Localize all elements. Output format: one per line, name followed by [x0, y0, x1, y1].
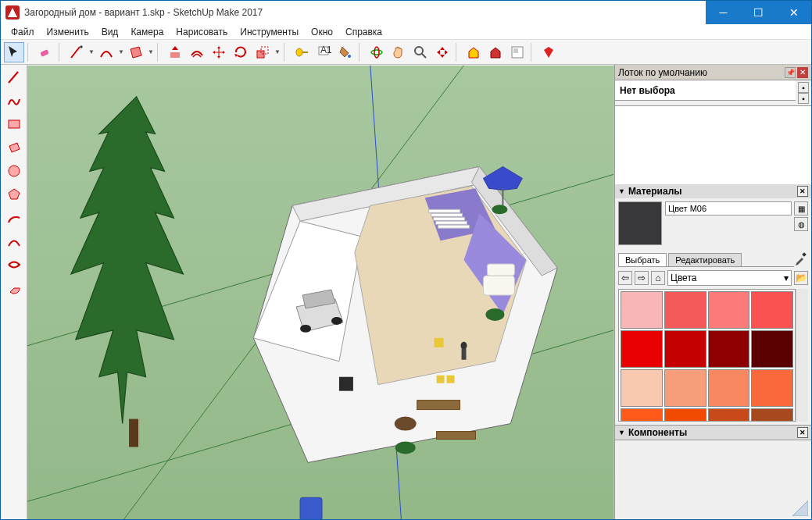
paint-tool[interactable] — [335, 42, 356, 62]
offset-tool[interactable] — [187, 42, 207, 62]
materials-tab-select[interactable]: Выбрать — [618, 253, 667, 266]
color-swatch[interactable] — [751, 330, 793, 368]
tray-close-icon[interactable]: ✕ — [797, 67, 808, 78]
text-tool[interactable]: A1 — [313, 42, 334, 62]
material-preview[interactable] — [618, 201, 662, 245]
zoom-tool[interactable] — [410, 42, 431, 62]
default-material-icon[interactable]: ◍ — [794, 217, 808, 231]
svg-rect-43 — [802, 252, 807, 257]
nav-fwd-icon[interactable]: ⇨ — [635, 271, 649, 285]
materials-header[interactable]: ▼ Материалы ✕ — [615, 184, 811, 198]
entity-collapse-icon[interactable]: ▪ — [798, 82, 809, 93]
color-swatch[interactable] — [621, 408, 663, 422]
color-swatch[interactable] — [621, 291, 663, 329]
materials-close-icon[interactable]: ✕ — [797, 186, 808, 197]
color-swatch[interactable] — [664, 330, 706, 368]
arc-tool-left[interactable] — [3, 207, 25, 229]
shape-dropdown[interactable]: ▼ — [148, 48, 154, 55]
create-material-icon[interactable]: ▦ — [794, 201, 808, 215]
color-swatch[interactable] — [664, 369, 706, 407]
menu-draw[interactable]: Нарисовать — [170, 25, 233, 39]
arc2-tool-left[interactable] — [3, 230, 25, 252]
menu-edit[interactable]: Изменить — [41, 25, 95, 39]
freehand-tool-left[interactable] — [3, 90, 25, 112]
menu-bar: Файл Изменить Вид Камера Нарисовать Инст… — [1, 24, 811, 40]
line-dropdown[interactable]: ▼ — [88, 48, 95, 55]
materials-tab-edit[interactable]: Редактировать — [668, 253, 742, 266]
color-swatch[interactable] — [751, 408, 793, 422]
layout-tool[interactable] — [507, 42, 528, 62]
orbit-tool[interactable] — [367, 42, 387, 62]
circle-tool-left[interactable] — [3, 160, 25, 182]
polygon-tool-left[interactable] — [3, 183, 25, 205]
color-swatch[interactable] — [664, 408, 706, 422]
color-swatch[interactable] — [708, 369, 750, 407]
scale-dropdown[interactable]: ▼ — [274, 48, 281, 55]
swatch-scrollbar[interactable] — [796, 289, 808, 422]
components-header[interactable]: ▼ Компоненты ✕ — [615, 426, 811, 440]
svg-rect-42 — [300, 497, 322, 520]
pin-icon[interactable]: 📌 — [785, 67, 796, 78]
nav-home-icon[interactable]: ⌂ — [651, 271, 665, 285]
line-tool[interactable] — [66, 42, 87, 62]
rectangle-tool-left[interactable] — [3, 113, 25, 135]
tape-tool[interactable] — [292, 42, 312, 62]
close-button[interactable]: ✕ — [776, 1, 811, 24]
material-menu-icon[interactable]: 📂 — [794, 271, 808, 285]
svg-rect-37 — [447, 376, 455, 383]
material-swatch-grid — [618, 289, 796, 422]
tray-header[interactable]: Лоток по умолчанию 📌 ✕ — [615, 65, 811, 80]
menu-help[interactable]: Справка — [340, 25, 388, 39]
arc3-tool-left[interactable] — [3, 254, 25, 276]
material-category-select[interactable]: Цвета ▾ — [667, 270, 792, 286]
zoom-extents-tool[interactable] — [432, 42, 453, 62]
svg-rect-25 — [436, 221, 467, 224]
minimize-button[interactable]: ─ — [706, 1, 741, 24]
fold-corner-icon — [792, 500, 808, 516]
svg-rect-39 — [462, 349, 467, 360]
warehouse-tool[interactable] — [463, 42, 484, 62]
extension-tool[interactable] — [538, 42, 559, 62]
svg-rect-36 — [437, 376, 445, 383]
eraser-tool[interactable] — [35, 42, 55, 62]
pie-tool-left[interactable] — [3, 277, 25, 299]
svg-point-41 — [492, 205, 507, 214]
menu-view[interactable]: Вид — [96, 25, 124, 39]
arc-tool[interactable] — [96, 42, 116, 62]
color-swatch[interactable] — [708, 330, 750, 368]
menu-camera[interactable]: Камера — [125, 25, 169, 39]
color-swatch[interactable] — [621, 369, 663, 407]
pan-tool[interactable] — [388, 42, 409, 62]
color-swatch[interactable] — [751, 369, 793, 407]
menu-file[interactable]: Файл — [5, 25, 40, 39]
arc-dropdown[interactable]: ▼ — [118, 48, 124, 55]
svg-point-7 — [371, 50, 382, 55]
svg-point-6 — [348, 55, 351, 58]
nav-back-icon[interactable]: ⇦ — [618, 271, 632, 285]
entity-resize-icon[interactable]: ▪ — [798, 93, 809, 104]
collapse-arrow-icon: ▼ — [618, 187, 625, 195]
maximize-button[interactable]: ☐ — [741, 1, 776, 24]
color-swatch[interactable] — [708, 291, 750, 329]
rectangle-tool[interactable] — [126, 42, 146, 62]
pushpull-tool[interactable] — [165, 42, 185, 62]
svg-point-8 — [374, 47, 379, 58]
rotate-tool[interactable] — [231, 42, 251, 62]
eyedropper-icon[interactable] — [794, 251, 808, 265]
color-swatch[interactable] — [664, 291, 706, 329]
components-close-icon[interactable]: ✕ — [797, 427, 808, 438]
line-tool-left[interactable] — [3, 66, 25, 88]
warehouse-share-tool[interactable] — [485, 42, 506, 62]
menu-window[interactable]: Окно — [306, 25, 338, 39]
color-swatch[interactable] — [751, 291, 793, 329]
color-swatch[interactable] — [621, 330, 663, 368]
move-tool[interactable] — [209, 42, 229, 62]
select-tool[interactable] — [4, 42, 24, 62]
rot-rect-tool-left[interactable] — [3, 137, 25, 158]
scale-tool[interactable] — [252, 42, 273, 62]
menu-tools[interactable]: Инструменты — [234, 25, 304, 39]
viewport[interactable] — [27, 65, 614, 520]
svg-point-9 — [415, 47, 423, 55]
color-swatch[interactable] — [708, 408, 750, 422]
material-name-input[interactable]: Цвет M06 — [665, 201, 792, 215]
